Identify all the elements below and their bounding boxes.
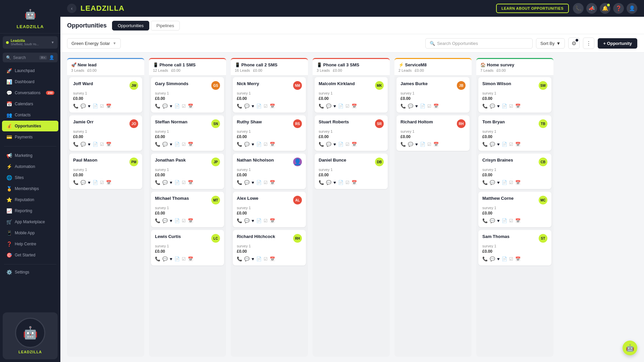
- phone-action-icon[interactable]: 📞: [73, 104, 78, 109]
- task-action-icon[interactable]: ☑: [345, 142, 350, 147]
- pipeline-selector[interactable]: Green Energy Solar ▼: [67, 38, 121, 49]
- topnav-help-icon[interactable]: ❓: [613, 3, 624, 14]
- task-action-icon[interactable]: ☑: [100, 142, 104, 147]
- calendar-action-icon[interactable]: 📅: [270, 218, 275, 223]
- sidebar-item-dashboard[interactable]: 📊 Dashboard: [2, 76, 58, 87]
- email-action-icon[interactable]: 💬: [80, 180, 86, 185]
- table-row[interactable]: Michael Thomas MT survey 1 £0.00 📞 💬 ♥ 📄…: [151, 192, 224, 227]
- calendar-action-icon[interactable]: 📅: [188, 218, 193, 223]
- heart-action-icon[interactable]: ♥: [252, 218, 254, 223]
- task-action-icon[interactable]: ☑: [264, 218, 268, 223]
- email-action-icon[interactable]: 💬: [162, 180, 168, 185]
- topnav-notification-icon[interactable]: 🔔: [600, 3, 610, 14]
- phone-action-icon[interactable]: 📞: [237, 142, 242, 147]
- table-row[interactable]: Alex Lowe AL survey 1 £0.00 📞 💬 ♥ 📄 ☑ 📅: [233, 192, 306, 227]
- tab-pipelines[interactable]: Pipelines: [151, 21, 180, 31]
- location-selector[interactable]: Leadzilla Sheffield, South Yo... ▼: [3, 36, 58, 49]
- heart-action-icon[interactable]: ♥: [252, 142, 254, 147]
- sidebar-item-conversations[interactable]: 💬 Conversations 150: [2, 87, 58, 98]
- task-action-icon[interactable]: ☑: [182, 142, 186, 147]
- phone-action-icon[interactable]: 📞: [237, 256, 242, 261]
- topnav-user-icon[interactable]: 👤: [627, 3, 637, 14]
- phone-action-icon[interactable]: 📞: [155, 256, 160, 261]
- calendar-action-icon[interactable]: 📅: [106, 104, 111, 109]
- phone-action-icon[interactable]: 📞: [319, 104, 324, 109]
- note-action-icon[interactable]: 📄: [174, 180, 180, 185]
- email-action-icon[interactable]: 💬: [326, 104, 331, 109]
- heart-action-icon[interactable]: ♥: [252, 104, 254, 109]
- heart-action-icon[interactable]: ♥: [333, 180, 336, 185]
- calendar-action-icon[interactable]: 📅: [188, 142, 193, 147]
- phone-action-icon[interactable]: 📞: [155, 104, 160, 109]
- phone-action-icon[interactable]: 📞: [319, 180, 324, 185]
- table-row[interactable]: Nathan Nicholson 👤 survey 1 £0.00 📞 💬 ♥ …: [233, 154, 306, 189]
- phone-action-icon[interactable]: 📞: [73, 142, 78, 147]
- table-row[interactable]: Lewis Curtis LC survey 1 £0.00 📞 💬 ♥ 📄 ☑…: [151, 230, 224, 265]
- note-action-icon[interactable]: 📄: [502, 218, 507, 223]
- phone-action-icon[interactable]: 📞: [482, 256, 488, 261]
- heart-action-icon[interactable]: ♥: [170, 256, 172, 261]
- table-row[interactable]: Crisyn Braines CB survey 1 £0.00 📞 💬 ♥ 📄…: [478, 154, 551, 189]
- calendar-action-icon[interactable]: 📅: [515, 142, 521, 147]
- heart-action-icon[interactable]: ♥: [497, 104, 500, 109]
- email-action-icon[interactable]: 💬: [162, 256, 168, 261]
- table-row[interactable]: Jonathan Pask JP survey 1 £0.00 📞 💬 ♥ 📄 …: [151, 154, 224, 189]
- note-action-icon[interactable]: 📄: [174, 256, 180, 261]
- task-action-icon[interactable]: ☑: [509, 104, 513, 109]
- sidebar-search[interactable]: 🔍 Search ⌘K 👤: [3, 53, 58, 62]
- sidebar-item-help-centre[interactable]: ❓ Help Centre: [2, 239, 58, 249]
- email-action-icon[interactable]: 💬: [244, 180, 250, 185]
- phone-action-icon[interactable]: 📞: [237, 104, 242, 109]
- table-row[interactable]: Simon Wilson SW survey 1 £0.00 📞 💬 ♥ 📄 ☑…: [478, 77, 551, 113]
- add-opportunity-button[interactable]: + Opportunity: [598, 38, 637, 49]
- phone-action-icon[interactable]: 📞: [482, 142, 488, 147]
- table-row[interactable]: Richard Hitchcock RH survey 1 £0.00 📞 💬 …: [233, 230, 306, 265]
- task-action-icon[interactable]: ☑: [182, 218, 186, 223]
- table-row[interactable]: Paul Mason PM survey 1 £0.00 📞 💬 ♥ 📄 ☑ 📅: [69, 154, 142, 189]
- heart-action-icon[interactable]: ♥: [497, 180, 500, 185]
- topnav-megaphone-icon[interactable]: 📣: [586, 3, 597, 14]
- task-action-icon[interactable]: ☑: [264, 142, 268, 147]
- calendar-action-icon[interactable]: 📅: [515, 218, 521, 223]
- calendar-action-icon[interactable]: 📅: [515, 256, 521, 261]
- task-action-icon[interactable]: ☑: [509, 180, 513, 185]
- task-action-icon[interactable]: ☑: [182, 104, 186, 109]
- heart-action-icon[interactable]: ♥: [497, 142, 500, 147]
- table-row[interactable]: Gary Simmonds GS survey 1 £0.00 📞 💬 ♥ 📄 …: [151, 77, 224, 113]
- note-action-icon[interactable]: 📄: [174, 104, 180, 109]
- note-action-icon[interactable]: 📄: [256, 256, 262, 261]
- calendar-action-icon[interactable]: 📅: [515, 104, 521, 109]
- calendar-action-icon[interactable]: 📅: [352, 180, 357, 185]
- chat-widget[interactable]: 🤖: [623, 341, 637, 355]
- sidebar-item-sites[interactable]: 🌐 Sites: [2, 172, 58, 183]
- heart-action-icon[interactable]: ♥: [497, 218, 500, 223]
- note-action-icon[interactable]: 📄: [174, 218, 180, 223]
- sidebar-item-reputation[interactable]: ⭐ Reputation: [2, 194, 58, 205]
- table-row[interactable]: Richard Holtom RH survey 1 £0.00 📞 💬 ♥ 📄…: [396, 115, 470, 151]
- note-action-icon[interactable]: 📄: [420, 142, 425, 147]
- sidebar-item-marketing[interactable]: 📢 Marketing: [2, 150, 58, 161]
- email-action-icon[interactable]: 💬: [490, 104, 495, 109]
- table-row[interactable]: Steffan Norman SN survey 1 £0.00 📞 💬 ♥ 📄…: [151, 115, 224, 151]
- email-action-icon[interactable]: 💬: [326, 142, 331, 147]
- phone-action-icon[interactable]: 📞: [482, 104, 488, 109]
- task-action-icon[interactable]: ☑: [509, 256, 513, 261]
- back-button[interactable]: ‹: [67, 4, 76, 13]
- task-action-icon[interactable]: ☑: [345, 104, 350, 109]
- note-action-icon[interactable]: 📄: [502, 104, 507, 109]
- email-action-icon[interactable]: 💬: [490, 218, 495, 223]
- phone-action-icon[interactable]: 📞: [155, 218, 160, 223]
- heart-action-icon[interactable]: ♥: [415, 142, 418, 147]
- heart-action-icon[interactable]: ♥: [170, 142, 172, 147]
- phone-action-icon[interactable]: 📞: [319, 142, 324, 147]
- sidebar-item-automation[interactable]: ⚡ Automation: [2, 161, 58, 172]
- sidebar-item-launchpad[interactable]: 🚀 Launchpad: [2, 65, 58, 76]
- heart-action-icon[interactable]: ♥: [170, 218, 172, 223]
- email-action-icon[interactable]: 💬: [162, 218, 168, 223]
- table-row[interactable]: James Burke JB survey 1 £0.00 📞 💬 ♥ 📄 ☑ …: [396, 77, 470, 113]
- sidebar-item-reporting[interactable]: 📈 Reporting: [2, 205, 58, 216]
- phone-action-icon[interactable]: 📞: [237, 218, 242, 223]
- task-action-icon[interactable]: ☑: [427, 142, 431, 147]
- email-action-icon[interactable]: 💬: [244, 218, 250, 223]
- task-action-icon[interactable]: ☑: [100, 104, 104, 109]
